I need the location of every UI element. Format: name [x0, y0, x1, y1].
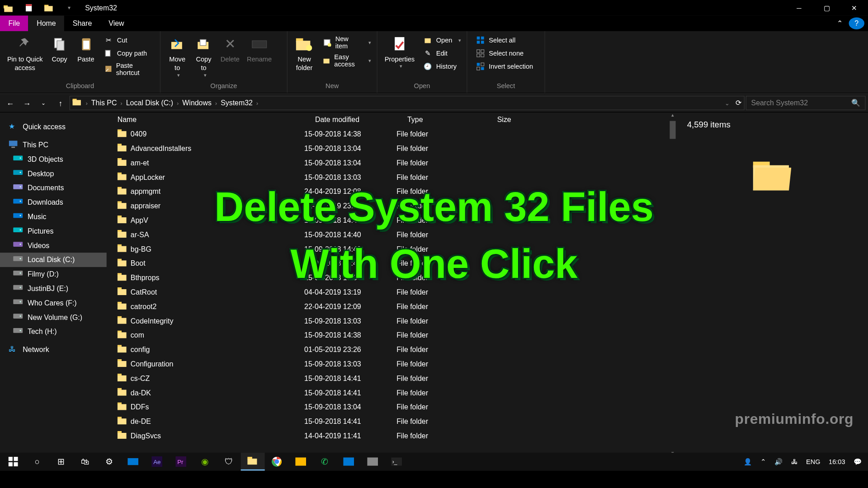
search-icon[interactable]: 🔍 — [851, 99, 860, 108]
table-row[interactable]: catroot222-04-2019 12:09File folder — [107, 300, 669, 314]
tab-file[interactable]: File — [0, 15, 28, 31]
tray-lang[interactable]: ENG — [806, 458, 821, 465]
sidebar-item[interactable]: Downloads — [0, 195, 107, 210]
sidebar-thispc[interactable]: This PC — [0, 138, 107, 152]
sidebar-network[interactable]: 🖧Network — [0, 343, 107, 357]
scroll-thumb[interactable] — [670, 121, 675, 139]
cortana-icon[interactable]: ○ — [25, 453, 49, 471]
table-row[interactable]: AdvancedInstallers15-09-2018 13:04File f… — [107, 141, 669, 156]
tray-expand-icon[interactable]: ⌃ — [760, 458, 766, 465]
easyaccess-button[interactable]: Easy access — [320, 53, 373, 68]
copy-button[interactable]: Copy — [46, 33, 72, 65]
table-row[interactable]: CatRoot04-04-2019 13:19File folder — [107, 285, 669, 300]
network-icon[interactable]: 🖧 — [791, 458, 798, 465]
invertselection-button[interactable]: Invert selection — [473, 61, 536, 72]
table-row[interactable]: DiagSvcs14-04-2019 11:41File folder — [107, 429, 669, 443]
col-size[interactable]: Size — [486, 116, 547, 124]
breadcrumb[interactable]: System32 — [218, 99, 255, 108]
tray-time[interactable]: 16:03 — [829, 458, 845, 465]
premiere-icon[interactable]: Pr — [169, 453, 193, 471]
sidebar-item[interactable]: JustinBJ (E:) — [0, 282, 107, 296]
taskbar-app-2[interactable] — [289, 453, 313, 471]
sidebar-item[interactable]: Local Disk (C:) — [0, 253, 107, 267]
taskbar-app-4[interactable] — [361, 453, 385, 471]
aftereffects-icon[interactable]: Ae — [145, 453, 169, 471]
tab-home[interactable]: Home — [28, 15, 65, 31]
copypath-button[interactable]: Copy path — [101, 48, 156, 59]
defender-icon[interactable]: 🛡 — [217, 453, 241, 471]
tab-view[interactable]: View — [100, 15, 132, 31]
cut-button[interactable]: ✂Cut — [101, 35, 156, 46]
col-date[interactable]: Date modified — [304, 116, 396, 124]
help-icon[interactable]: ? — [849, 17, 864, 29]
sidebar-item[interactable]: Desktop — [0, 166, 107, 181]
recent-dropdown[interactable]: ⌄ — [36, 95, 52, 111]
col-name[interactable]: Name — [107, 116, 304, 124]
sidebar-item[interactable]: Filmy (D:) — [0, 267, 107, 282]
explorer-icon[interactable] — [241, 453, 265, 471]
back-button[interactable]: ← — [2, 95, 18, 111]
sidebar-item[interactable]: 3D Objects — [0, 152, 107, 167]
pasteshortcut-button[interactable]: Paste shortcut — [101, 61, 156, 76]
qat-properties-icon[interactable] — [24, 3, 33, 13]
pin-quickaccess-button[interactable]: Pin to Quick access — [4, 33, 46, 73]
newitem-button[interactable]: New item — [320, 35, 373, 50]
table-row[interactable]: am-et15-09-2018 13:04File folder — [107, 156, 669, 170]
sidebar-item[interactable]: Music — [0, 210, 107, 224]
moveto-button[interactable]: Move to — [164, 33, 190, 80]
open-button[interactable]: Open — [420, 35, 463, 46]
chrome-icon[interactable] — [265, 453, 289, 471]
scrollbar[interactable]: ▴ ▾ — [669, 113, 676, 457]
taskview-icon[interactable]: ⊞ — [49, 453, 73, 471]
maximize-button[interactable]: ▢ — [813, 0, 840, 15]
search-box[interactable]: Search System32 🔍 — [746, 96, 866, 110]
addr-dropdown-icon[interactable]: ⌄ — [725, 100, 730, 107]
table-row[interactable]: AppLocker15-09-2018 13:03File folder — [107, 170, 669, 184]
sidebar-item[interactable]: New Volume (G:) — [0, 310, 107, 324]
table-row[interactable]: com15-09-2018 14:38File folder — [107, 328, 669, 343]
address-bar[interactable]: › This PC› Local Disk (C:)› Windows› Sys… — [70, 96, 745, 110]
table-row[interactable]: de-DE15-09-2018 14:41File folder — [107, 414, 669, 429]
volume-icon[interactable]: 🔊 — [774, 458, 783, 465]
copyto-button[interactable]: Copy to — [190, 33, 217, 80]
table-row[interactable]: DDFs15-09-2018 13:04File folder — [107, 400, 669, 414]
sidebar-quickaccess[interactable]: ★Quick access — [0, 120, 107, 134]
table-row[interactable]: ar-SA15-09-2018 14:40File folder — [107, 228, 669, 242]
table-row[interactable]: CodeIntegrity15-09-2018 13:03File folder — [107, 314, 669, 328]
sidebar-item[interactable]: Who Cares (F:) — [0, 296, 107, 310]
cmd-icon[interactable]: ›_ — [385, 453, 409, 471]
delete-button[interactable]: ✕Delete — [217, 33, 243, 65]
sidebar-item[interactable]: Documents — [0, 181, 107, 195]
up-button[interactable]: ↑ — [53, 95, 68, 111]
utorrent-icon[interactable]: ◉ — [193, 453, 217, 471]
selectnone-button[interactable]: Select none — [473, 48, 536, 59]
table-row[interactable]: Boot15-09-2018 14:41File folder — [107, 256, 669, 271]
notifications-icon[interactable]: 💬 — [854, 458, 862, 465]
paste-button[interactable]: Paste — [73, 33, 99, 65]
refresh-icon[interactable]: ⟳ — [736, 99, 741, 108]
qat-dropdown-icon[interactable]: ▾ — [65, 3, 74, 13]
sidebar-item[interactable]: Videos — [0, 238, 107, 253]
column-headers[interactable]: Name Date modified Type Size — [107, 113, 676, 127]
scroll-up-icon[interactable]: ▴ — [669, 113, 676, 120]
breadcrumb[interactable]: Local Disk (C:) — [123, 99, 175, 108]
edit-button[interactable]: ✎Edit — [420, 48, 463, 59]
newfolder-button[interactable]: New folder — [291, 33, 317, 73]
table-row[interactable]: Configuration15-09-2018 13:03File folder — [107, 357, 669, 371]
sidebar-item[interactable]: Tech (H:) — [0, 324, 107, 339]
whatsapp-icon[interactable]: ✆ — [313, 453, 337, 471]
properties-button[interactable]: Properties — [381, 33, 418, 71]
start-button[interactable] — [1, 453, 25, 471]
minimize-button[interactable]: ─ — [785, 0, 813, 15]
table-row[interactable]: cs-CZ15-09-2018 14:41File folder — [107, 371, 669, 386]
table-row[interactable]: bg-BG15-09-2018 14:40File folder — [107, 242, 669, 256]
taskbar-app-1[interactable] — [121, 453, 145, 471]
forward-button[interactable]: → — [19, 95, 34, 111]
table-row[interactable]: AppV15-09-2018 14:41File folder — [107, 213, 669, 228]
selectall-button[interactable]: Select all — [473, 35, 536, 46]
table-row[interactable]: da-DK15-09-2018 14:41File folder — [107, 385, 669, 400]
close-button[interactable]: ✕ — [840, 0, 868, 15]
taskbar-app-3[interactable] — [337, 453, 361, 471]
sidebar-item[interactable]: Pictures — [0, 224, 107, 239]
table-row[interactable]: Bthprops15-09-2018 13:04File folder — [107, 271, 669, 285]
